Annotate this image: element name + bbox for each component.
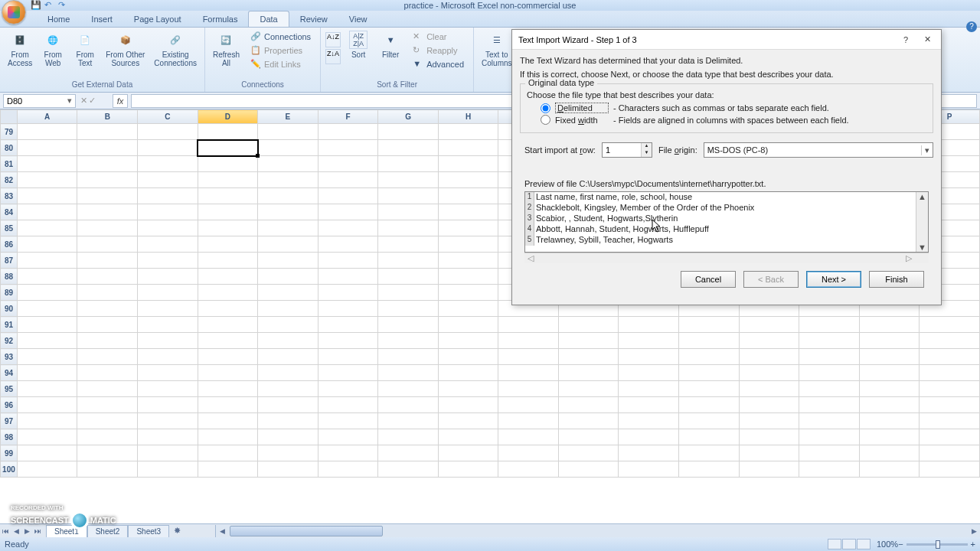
cell[interactable]: [438, 285, 498, 301]
help-button[interactable]: ?: [898, 33, 913, 47]
scroll-up-icon[interactable]: ▲: [918, 192, 926, 201]
cell[interactable]: [77, 156, 138, 172]
cell[interactable]: [739, 397, 799, 413]
cell[interactable]: [619, 461, 679, 478]
from-access-button[interactable]: 🗄️From Access: [5, 29, 35, 69]
sort-asc-button[interactable]: A↓Z: [325, 32, 341, 47]
cell[interactable]: [258, 285, 318, 301]
office-button[interactable]: [2, 0, 26, 24]
cell[interactable]: [678, 429, 739, 445]
save-icon[interactable]: 💾: [31, 0, 41, 11]
cell[interactable]: [378, 188, 439, 204]
cell[interactable]: [198, 220, 258, 236]
cell[interactable]: [558, 317, 619, 333]
cell[interactable]: [138, 140, 198, 156]
close-button[interactable]: ✕: [920, 33, 935, 47]
cell[interactable]: [799, 429, 860, 445]
cell[interactable]: [378, 413, 439, 429]
cell[interactable]: [438, 188, 498, 204]
cell[interactable]: [498, 317, 558, 333]
cancel-button[interactable]: Cancel: [681, 271, 736, 288]
column-header[interactable]: D: [198, 110, 258, 124]
cell[interactable]: [77, 349, 138, 365]
cell[interactable]: [17, 220, 77, 236]
cell[interactable]: [498, 365, 558, 381]
cell[interactable]: [378, 156, 439, 172]
cell[interactable]: [77, 236, 138, 253]
cell[interactable]: [920, 397, 980, 413]
cell[interactable]: [77, 301, 138, 317]
cell[interactable]: [77, 381, 138, 397]
normal-view-button[interactable]: [828, 539, 841, 549]
cell[interactable]: [138, 381, 198, 397]
cell[interactable]: [198, 349, 258, 365]
cell[interactable]: [920, 349, 980, 365]
scroll-down-icon[interactable]: ▼: [918, 243, 926, 252]
cell[interactable]: [920, 333, 980, 349]
cell[interactable]: [498, 349, 558, 365]
cell[interactable]: [198, 253, 258, 269]
tab-home[interactable]: Home: [37, 11, 80, 27]
cell[interactable]: [378, 365, 439, 381]
cell[interactable]: [378, 253, 439, 269]
cell[interactable]: [558, 461, 619, 478]
cell[interactable]: [17, 333, 77, 349]
file-origin-combo[interactable]: MS-DOS (PC-8) ▾: [704, 142, 933, 158]
cell[interactable]: [17, 461, 77, 478]
cell[interactable]: [17, 445, 77, 461]
cell[interactable]: [558, 445, 619, 461]
cell[interactable]: [378, 461, 439, 478]
row-header[interactable]: 100: [1, 461, 18, 478]
row-header[interactable]: 91: [1, 317, 18, 333]
cell[interactable]: [498, 397, 558, 413]
dialog-titlebar[interactable]: Text Import Wizard - Step 1 of 3 ? ✕: [512, 30, 941, 50]
cell[interactable]: [258, 349, 318, 365]
cell[interactable]: [17, 397, 77, 413]
cell[interactable]: [198, 429, 258, 445]
cell[interactable]: [318, 349, 378, 365]
cell[interactable]: [318, 204, 378, 220]
cell[interactable]: [438, 140, 498, 156]
cell[interactable]: [258, 188, 318, 204]
cell[interactable]: [318, 172, 378, 188]
cell[interactable]: [498, 381, 558, 397]
cell[interactable]: [378, 445, 439, 461]
fixed-width-radio[interactable]: [541, 115, 550, 125]
cell[interactable]: [77, 413, 138, 429]
tab-formulas[interactable]: Formulas: [192, 11, 249, 27]
cell[interactable]: [17, 188, 77, 204]
cell[interactable]: [258, 269, 318, 285]
cell[interactable]: [799, 381, 860, 397]
cell[interactable]: [138, 317, 198, 333]
help-icon[interactable]: ?: [966, 21, 977, 32]
cell[interactable]: [739, 413, 799, 429]
cell[interactable]: [258, 333, 318, 349]
cell[interactable]: [619, 397, 679, 413]
page-layout-view-button[interactable]: [842, 539, 856, 549]
cell[interactable]: [619, 413, 679, 429]
existing-connections-button[interactable]: 🔗Existing Connections: [151, 29, 200, 69]
cell[interactable]: [138, 429, 198, 445]
cell[interactable]: [378, 220, 439, 236]
column-header[interactable]: H: [438, 110, 498, 124]
cell[interactable]: [378, 397, 439, 413]
cell[interactable]: [378, 172, 439, 188]
cell[interactable]: [198, 156, 258, 172]
cell[interactable]: [859, 397, 920, 413]
spin-down-icon[interactable]: ▼: [642, 150, 652, 157]
sheet-tab[interactable]: Sheet3: [128, 525, 169, 537]
cell[interactable]: [318, 333, 378, 349]
cell[interactable]: [138, 413, 198, 429]
cell[interactable]: [318, 140, 378, 156]
cell[interactable]: [198, 461, 258, 478]
name-box[interactable]: D80▾: [3, 94, 76, 108]
start-row-input[interactable]: [603, 143, 641, 157]
cell[interactable]: [77, 220, 138, 236]
cell[interactable]: [498, 429, 558, 445]
cell[interactable]: [859, 333, 920, 349]
cell[interactable]: [378, 381, 439, 397]
cell[interactable]: [920, 381, 980, 397]
cell[interactable]: [678, 349, 739, 365]
column-header[interactable]: G: [378, 110, 439, 124]
cell[interactable]: [258, 156, 318, 172]
